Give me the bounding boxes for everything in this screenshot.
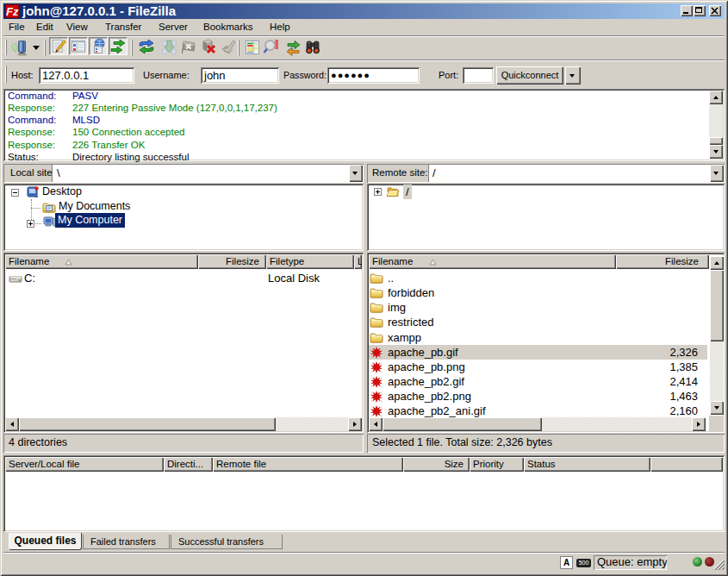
- svg-text:Fz: Fz: [6, 5, 19, 18]
